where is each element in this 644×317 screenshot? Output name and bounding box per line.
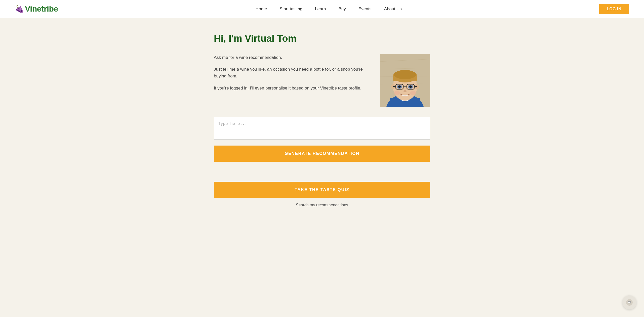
nav-start-tasting[interactable]: Start tasting [279,7,302,11]
login-button[interactable]: LOG IN [599,4,629,14]
intro-text: Ask me for a wine recommendation. Just t… [214,54,370,92]
svg-point-23 [398,85,401,88]
svg-point-27 [410,91,416,95]
logo-area: 🍇 Vinetribe [15,4,58,14]
page-title: Hi, I'm Virtual Tom [214,33,430,44]
nav-about-us[interactable]: About Us [384,7,402,11]
take-quiz-button[interactable]: TAKE THE TASTE QUIZ [214,182,430,198]
input-section [214,117,430,141]
svg-point-30 [629,302,630,303]
recommendation-input[interactable] [214,117,430,140]
nav-links: Home Start tasting Learn Buy Events Abou… [256,7,402,12]
nav-home[interactable]: Home [256,7,267,11]
nav-buy[interactable]: Buy [339,7,346,11]
chat-icon [626,299,633,306]
chat-bubble[interactable] [622,295,636,309]
generate-recommendation-button[interactable]: GENERATE RECOMMENDATION [214,146,430,162]
quiz-section: TAKE THE TASTE QUIZ Search my recommenda… [214,182,430,207]
main-content: Hi, I'm Virtual Tom Ask me for a wine re… [209,18,435,222]
avatar [380,54,430,107]
logo[interactable]: Vinetribe [25,4,58,14]
navbar: 🍇 Vinetribe Home Start tasting Learn Buy… [0,0,644,18]
search-recommendations-link[interactable]: Search my recommendations [296,203,348,207]
nav-learn[interactable]: Learn [315,7,326,11]
svg-point-31 [630,302,630,303]
paragraph-1: Ask me for a wine recommendation. [214,54,370,61]
nav-events[interactable]: Events [358,7,372,11]
paragraph-3: If you're logged in, I'll even personali… [214,85,370,92]
svg-point-24 [409,85,412,88]
svg-point-25 [404,90,407,92]
grape-icon: 🍇 [15,5,24,13]
svg-point-29 [628,302,629,303]
svg-point-13 [394,70,416,79]
svg-point-26 [394,91,400,95]
avatar-illustration [380,54,430,107]
intro-section: Ask me for a wine recommendation. Just t… [214,54,430,107]
paragraph-2: Just tell me a wine you like, an occasio… [214,66,370,79]
